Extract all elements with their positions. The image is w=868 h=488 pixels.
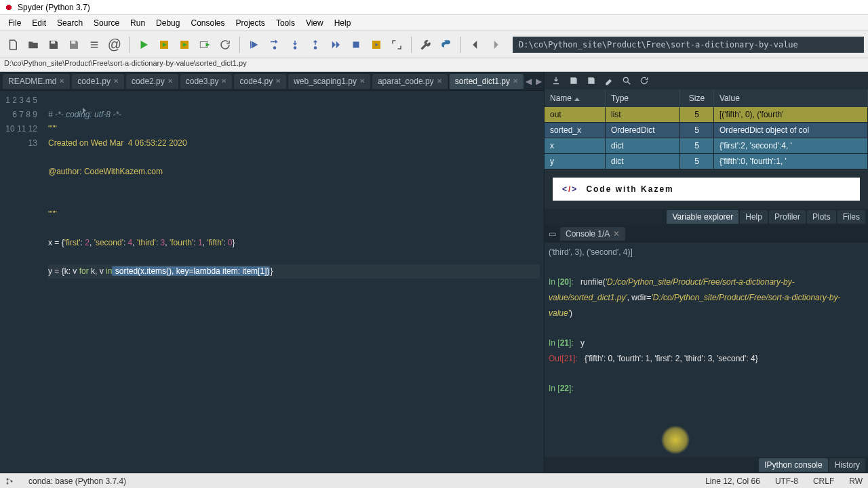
refresh-icon[interactable] — [639, 76, 649, 85]
tab-code4[interactable]: code4.py✕ — [234, 74, 286, 89]
panetab-files[interactable]: Files — [837, 210, 865, 224]
tab-history[interactable]: History — [829, 458, 865, 472]
new-file-icon[interactable] — [4, 36, 22, 54]
col-size[interactable]: Size — [680, 89, 714, 107]
close-icon[interactable]: ✕ — [513, 77, 518, 85]
search-var-icon[interactable] — [622, 76, 631, 85]
debug-stop-icon[interactable] — [347, 36, 365, 54]
forward-icon[interactable] — [487, 36, 505, 54]
panetab-varexp[interactable]: Variable explorer — [667, 210, 738, 224]
code-area[interactable]: # -*- coding: utf-8 -*-"""Created on Wed… — [44, 91, 544, 473]
menu-edit[interactable]: Edit — [26, 16, 52, 30]
status-encoding[interactable]: UTF-8 — [775, 476, 798, 486]
menu-run[interactable]: Run — [125, 16, 151, 30]
restart-icon[interactable] — [216, 36, 234, 54]
svg-rect-1 — [71, 41, 75, 43]
close-icon[interactable]: ✕ — [613, 229, 620, 239]
code-l2: """ — [48, 124, 57, 134]
working-dir-input[interactable] — [513, 37, 864, 53]
import-icon[interactable] — [551, 76, 561, 85]
var-row[interactable]: sorted_xOrderedDict5OrderedDict object o… — [545, 123, 868, 138]
debug-play-icon[interactable] — [245, 36, 263, 54]
tab-prev-icon[interactable]: ◀ — [526, 77, 532, 86]
save-icon[interactable] — [45, 36, 62, 54]
menu-bar: File Edit Search Source Run Debug Consol… — [0, 15, 868, 31]
code-l8: """ — [48, 209, 57, 219]
right-pane: Name Type Size Value outlist5[('fifth', … — [544, 72, 868, 473]
var-row[interactable]: ydict5{'fifth':0, 'fourth':1, ' — [545, 154, 868, 169]
line-gutter: 1 2 3 4 5 6 7 8 9 10 11 12 13 — [0, 91, 44, 473]
maximize-icon[interactable] — [388, 36, 406, 54]
tab-code2[interactable]: code2.py✕ — [126, 74, 178, 89]
tab-readme[interactable]: README.md✕ — [3, 74, 70, 89]
at-icon[interactable]: @ — [106, 36, 123, 54]
debug-cell-icon[interactable] — [368, 36, 385, 54]
python-path-icon[interactable] — [437, 36, 455, 54]
tab-code3[interactable]: code3.py✕ — [180, 74, 233, 89]
menu-projects[interactable]: Projects — [231, 16, 271, 30]
run-icon[interactable] — [135, 36, 153, 54]
close-icon[interactable]: ✕ — [221, 77, 226, 85]
run-cell-advance-icon[interactable] — [176, 36, 193, 54]
console-output[interactable]: ('third', 3), ('second', 4)] In [20]: ru… — [545, 243, 868, 457]
debug-step-icon[interactable] — [266, 36, 283, 54]
list-icon[interactable] — [85, 36, 103, 54]
menu-source[interactable]: Source — [88, 16, 125, 30]
debug-stepout-icon[interactable] — [307, 36, 324, 54]
tab-webscaping[interactable]: web_scaping1.py✕ — [288, 74, 370, 89]
var-row[interactable]: xdict5{'first':2, 'second':4, ' — [545, 138, 868, 154]
back-icon[interactable] — [467, 36, 484, 54]
close-icon[interactable]: ✕ — [275, 77, 281, 85]
run-selection-icon[interactable] — [196, 36, 214, 54]
svg-point-14 — [444, 41, 446, 42]
tab-code1[interactable]: code1.py✕ — [72, 74, 124, 89]
console-tabbar: ▭ Console 1/A✕ — [545, 225, 868, 243]
close-icon[interactable]: ✕ — [437, 77, 442, 85]
status-git[interactable] — [5, 477, 14, 485]
wrench-icon[interactable] — [417, 36, 435, 54]
tab-aparat[interactable]: aparat_code.py✕ — [372, 74, 448, 89]
erase-icon[interactable] — [604, 76, 614, 85]
close-icon[interactable]: ✕ — [167, 77, 173, 85]
status-linecol[interactable]: Line 12, Col 66 — [705, 476, 760, 486]
col-value[interactable]: Value — [714, 89, 868, 107]
svg-point-11 — [314, 46, 317, 49]
save-data-icon[interactable] — [569, 76, 578, 85]
console-menu-icon[interactable]: ▭ — [549, 229, 556, 239]
menu-file[interactable]: File — [3, 16, 26, 30]
col-name[interactable]: Name — [545, 89, 606, 107]
panetab-plots[interactable]: Plots — [807, 210, 836, 224]
col-type[interactable]: Type — [606, 89, 680, 107]
tab-ipython[interactable]: IPython console — [759, 458, 827, 472]
status-eol[interactable]: CRLF — [813, 476, 834, 486]
menu-tools[interactable]: Tools — [271, 16, 300, 30]
close-icon[interactable]: ✕ — [113, 77, 119, 85]
close-icon[interactable]: ✕ — [59, 77, 64, 85]
tab-next-icon[interactable]: ▶ — [536, 77, 542, 86]
save-as-icon[interactable] — [587, 76, 596, 85]
status-rw[interactable]: RW — [849, 476, 863, 486]
panetab-help[interactable]: Help — [740, 210, 768, 224]
menu-view[interactable]: View — [300, 16, 329, 30]
status-conda[interactable]: conda: base (Python 3.7.4) — [28, 476, 126, 486]
menu-consoles[interactable]: Consoles — [185, 16, 230, 30]
open-file-icon[interactable] — [24, 36, 42, 54]
debug-continue-icon[interactable] — [327, 36, 344, 54]
panetab-profiler[interactable]: Profiler — [769, 210, 806, 224]
code-editor[interactable]: 1 2 3 4 5 6 7 8 9 10 11 12 13 # -*- codi… — [0, 91, 544, 473]
window-titlebar: Spyder (Python 3.7) — [0, 0, 868, 15]
cursor-highlight — [661, 426, 690, 454]
tab-sorteddict[interactable]: sorted_dict1.py✕ — [450, 74, 524, 89]
menu-search[interactable]: Search — [52, 16, 88, 30]
menu-debug[interactable]: Debug — [151, 16, 185, 30]
varexp-toolbar — [545, 72, 868, 89]
close-icon[interactable]: ✕ — [359, 77, 365, 85]
console-tab[interactable]: Console 1/A✕ — [560, 227, 625, 241]
debug-stepinto-icon[interactable] — [286, 36, 304, 54]
menu-help[interactable]: Help — [329, 16, 357, 30]
logo-banner: </> Code with Kazem — [553, 178, 860, 201]
run-cell-icon[interactable] — [155, 36, 173, 54]
file-path-bar: D:\co\Python_site\Product\Free\sort-a-di… — [0, 58, 868, 72]
var-row[interactable]: outlist5[('fifth', 0), ('fourth' — [545, 107, 868, 123]
save-all-icon[interactable] — [65, 36, 83, 54]
